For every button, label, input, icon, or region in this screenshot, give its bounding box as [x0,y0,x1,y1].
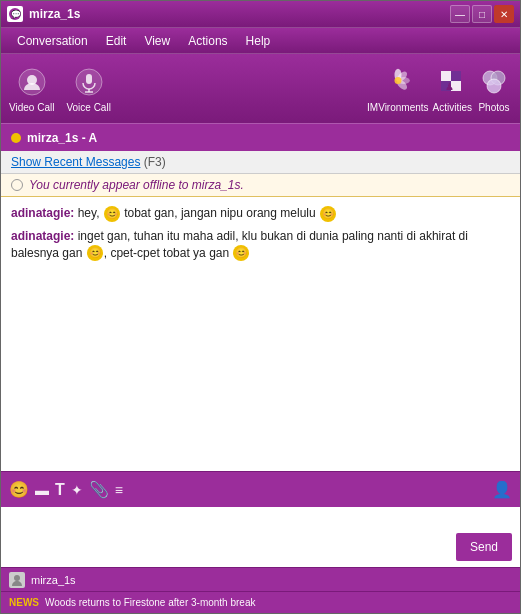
input-toolbar-right: 👤 [492,480,512,499]
sender-1: adinatagie: [11,206,74,220]
show-recent-link[interactable]: Show Recent Messages [11,155,140,169]
photos-button[interactable]: Photos [476,64,512,113]
imvironments-label: IMVironments [367,102,429,113]
toolbar-right: IMVironments ♟ Activities [367,64,512,113]
emoji-smile-3: 😊 [87,245,103,261]
emoji-smile-1: 😊 [104,206,120,222]
photo-icon [476,64,512,100]
username-label: mirza_1s - A [27,131,97,145]
maximize-button[interactable]: □ [472,5,492,23]
chess-icon: ♟ [434,64,470,100]
svg-rect-5 [86,74,92,84]
recent-shortcut: (F3) [144,155,166,169]
message-1: adinatagie: hey, 😊 tobat gan, jangan nip… [11,205,510,222]
imvironments-button[interactable]: IMVironments [367,64,429,113]
voice-call-label: Voice Call [66,102,110,113]
video-call-label: Video Call [9,102,54,113]
menu-view[interactable]: View [136,32,178,50]
close-button[interactable]: ✕ [494,5,514,23]
app-icon: 💬 [7,6,23,22]
contact-icon: 👤 [492,480,512,499]
sender-2: adinatagie: [11,229,74,243]
window-title: mirza_1s [29,7,80,21]
menu-edit[interactable]: Edit [98,32,135,50]
activities-label: Activities [433,102,472,113]
format-button[interactable]: ≡ [115,482,123,498]
emoji-smile-2: 😊 [320,206,336,222]
menu-actions[interactable]: Actions [180,32,235,50]
menu-bar: Conversation Edit View Actions Help [1,27,520,53]
chat-area: adinatagie: hey, 😊 tobat gan, jangan nip… [1,197,520,471]
toolbar: Video Call Voice Call [1,53,520,123]
svg-text:💬: 💬 [11,9,21,19]
input-tools: 😊 ▬ T ✦ 📎 ≡ [9,480,123,499]
input-area: Send [1,507,520,567]
menu-help[interactable]: Help [238,32,279,50]
contact-avatar [9,572,25,588]
video-icon [14,64,50,100]
news-bar: NEWS Woods returns to Firestone after 3-… [1,591,520,613]
emoji-smile-4: 😊 [233,245,249,261]
chat-input[interactable] [9,513,450,561]
username: mirza_1s [27,131,78,145]
svg-text:♟: ♟ [445,81,454,92]
main-window: 💬 mirza_1s — □ ✕ Conversation Edit View … [0,0,521,614]
recent-messages-bar: Show Recent Messages (F3) [1,151,520,174]
font-button[interactable]: T [55,481,65,499]
flower-icon [380,64,416,100]
send-button[interactable]: Send [456,533,512,561]
menu-conversation[interactable]: Conversation [9,32,96,50]
news-label: NEWS [9,597,39,608]
title-controls: — □ ✕ [450,5,514,23]
offline-radio-icon [11,179,23,191]
title-bar: 💬 mirza_1s — □ ✕ [1,1,520,27]
input-toolbar: 😊 ▬ T ✦ 📎 ≡ 👤 [1,471,520,507]
message-2: adinatagie: inget gan, tuhan itu maha ad… [11,228,510,262]
voice-call-button[interactable]: Voice Call [66,64,110,113]
user-bar: mirza_1s - A [1,123,520,151]
photos-label: Photos [478,102,509,113]
svg-point-22 [14,575,20,581]
news-text: Woods returns to Firestone after 3-month… [45,597,255,608]
user-suffix: - A [78,131,97,145]
toolbar-left: Video Call Voice Call [9,64,111,113]
mic-icon [71,64,107,100]
smiley-button[interactable]: 😊 [9,480,29,499]
title-bar-left: 💬 mirza_1s [7,6,80,22]
offline-text: You currently appear offline to mirza_1s… [29,178,244,192]
minimize-button[interactable]: — [450,5,470,23]
text-bg-button[interactable]: ▬ [35,482,49,498]
attach-button[interactable]: 📎 [89,480,109,499]
svg-rect-13 [441,71,451,81]
status-indicator [11,133,21,143]
svg-point-12 [394,77,401,84]
offline-notice-bar: You currently appear offline to mirza_1s… [1,174,520,197]
status-bar: mirza_1s [1,567,520,591]
svg-rect-14 [451,71,461,81]
video-call-button[interactable]: Video Call [9,64,54,113]
svg-point-21 [487,79,501,93]
activities-button[interactable]: ♟ Activities [433,64,472,113]
status-username: mirza_1s [31,574,76,586]
color-button[interactable]: ✦ [71,482,83,498]
